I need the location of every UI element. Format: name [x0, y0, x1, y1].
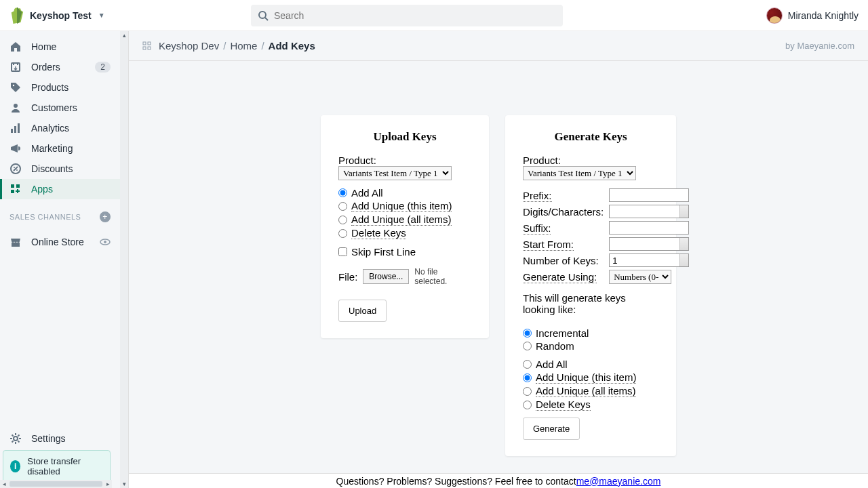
sidebar-item-analytics[interactable]: Analytics — [0, 118, 120, 138]
content: Upload Keys Product: Variants Test Item … — [129, 61, 868, 473]
skip-first-line-check[interactable] — [338, 247, 347, 256]
sidebar-item-settings[interactable]: Settings — [0, 428, 112, 449]
preview-text: This will generate keys looking like: — [523, 292, 658, 315]
genusing-select[interactable]: Numbers (0-9) — [609, 270, 671, 284]
gen-radio-add-all[interactable]: Add All — [523, 359, 658, 370]
gen-radio-add-unique-all[interactable]: Add Unique (all items) — [523, 385, 658, 397]
h-scrollbar[interactable]: ◂ ▸ — [0, 480, 112, 488]
upload-title: Upload Keys — [338, 130, 471, 144]
section-sales-channels: SALES CHANNELS + — [0, 199, 120, 226]
scroll-down-icon[interactable]: ▾ — [120, 480, 128, 488]
radio-add-unique-item[interactable]: Add Unique (this item) — [338, 200, 471, 212]
digits-label: Digits/Characters: — [523, 206, 604, 218]
svg-line-1 — [265, 18, 268, 20]
sidebar-item-label: Analytics — [31, 123, 69, 134]
svg-rect-7 — [18, 123, 20, 133]
radio-delete-keys[interactable]: Delete Keys — [338, 227, 471, 239]
add-channel-icon[interactable]: + — [100, 211, 111, 222]
svg-point-9 — [14, 167, 15, 168]
browse-button[interactable]: Browse... — [363, 269, 409, 284]
numkeys-input[interactable] — [609, 253, 689, 267]
info-icon: i — [10, 460, 20, 472]
settings-label: Settings — [31, 433, 66, 444]
sidebar-item-label: Customers — [31, 102, 77, 113]
home-icon — [9, 41, 22, 53]
footer-email-link[interactable]: me@maeyanie.com — [576, 476, 661, 487]
app-icon — [142, 41, 152, 51]
tag-icon — [9, 81, 22, 94]
upload-product-select[interactable]: Variants Test Item / Type 1 — [338, 166, 452, 180]
suffix-input[interactable] — [609, 221, 689, 235]
sidebar-item-label: Marketing — [31, 143, 73, 154]
radio-random[interactable]: Random — [523, 340, 658, 352]
breadcrumb-home[interactable]: Home — [230, 40, 257, 52]
breadcrumb-current: Add Keys — [269, 40, 315, 52]
scroll-left-icon[interactable]: ◂ — [0, 480, 8, 488]
radio-add-all[interactable]: Add All — [338, 187, 471, 199]
generate-button[interactable]: Generate — [523, 418, 580, 440]
breadcrumb-app[interactable]: Keyshop Dev — [159, 40, 219, 52]
store-switcher[interactable]: Keyshop Test ▼ — [0, 7, 129, 24]
caret-down-icon: ▼ — [98, 12, 105, 19]
svg-rect-18 — [148, 42, 151, 45]
upload-product-label: Product: — [338, 155, 376, 166]
orders-icon — [9, 61, 22, 73]
svg-point-16 — [14, 436, 18, 441]
megaphone-icon — [9, 142, 22, 155]
prefix-input[interactable] — [609, 188, 689, 202]
v-scrollbar[interactable]: ▴ ▾ — [120, 31, 128, 488]
user-menu[interactable]: Miranda Knightly — [766, 7, 859, 24]
sidebar-item-label: Online Store — [31, 237, 84, 247]
digits-input[interactable] — [609, 205, 689, 218]
svg-rect-13 — [11, 190, 14, 193]
skip-first-line-label: Skip First Line — [351, 246, 416, 258]
generate-card: Generate Keys Product: Variants Test Ite… — [505, 115, 676, 456]
eye-icon[interactable] — [100, 237, 111, 247]
topbar: Keyshop Test ▼ Miranda Knightly — [0, 0, 868, 31]
sidebar-item-label: Products — [31, 82, 68, 93]
shopify-logo-icon — [9, 7, 24, 24]
upload-card: Upload Keys Product: Variants Test Item … — [321, 115, 489, 338]
sidebar-item-apps[interactable]: Apps — [0, 179, 120, 199]
svg-rect-11 — [11, 184, 14, 188]
gen-action-group: Add All Add Unique (this item) Add Uniqu… — [523, 359, 658, 411]
svg-point-0 — [259, 12, 266, 18]
h-scroll-thumb[interactable] — [9, 481, 102, 487]
notice-text: Store transfer disabled — [27, 456, 103, 476]
prefix-label: Prefix: — [523, 190, 552, 202]
upload-button[interactable]: Upload — [338, 300, 387, 322]
generate-product-label: Product: — [523, 155, 561, 166]
startfrom-input[interactable] — [609, 237, 689, 251]
byline: by Maeyanie.com — [785, 41, 854, 51]
generate-product-select[interactable]: Variants Test Item / Type 1 — [523, 166, 636, 180]
search-bar[interactable] — [251, 5, 563, 26]
sidebar-item-products[interactable]: Products — [0, 77, 120, 98]
sidebar-item-discounts[interactable]: Discounts — [0, 159, 120, 179]
customer-icon — [9, 102, 22, 114]
sidebar-item-customers[interactable]: Customers — [0, 98, 120, 118]
startfrom-label: Start From: — [523, 239, 574, 251]
gen-radio-add-unique-item[interactable]: Add Unique (this item) — [523, 371, 658, 384]
svg-point-10 — [16, 169, 18, 171]
no-file-label: No file selected. — [414, 267, 471, 286]
sidebar-item-orders[interactable]: Orders 2 — [0, 57, 120, 77]
search-icon — [258, 10, 269, 21]
mode-group: Incremental Random — [523, 327, 658, 352]
scroll-up-icon[interactable]: ▴ — [120, 31, 128, 39]
footer-text: Questions? Problems? Suggestions? Feel f… — [336, 476, 576, 487]
gen-radio-delete-keys[interactable]: Delete Keys — [523, 399, 658, 411]
footer: Questions? Problems? Suggestions? Feel f… — [129, 473, 868, 488]
scroll-right-icon[interactable]: ▸ — [104, 480, 112, 488]
numkeys-label: Number of Keys: — [523, 255, 599, 266]
sidebar-item-label: Apps — [31, 184, 53, 195]
sidebar-item-home[interactable]: Home — [0, 37, 120, 57]
radio-incremental[interactable]: Incremental — [523, 327, 658, 339]
svg-rect-12 — [16, 184, 20, 188]
suffix-label: Suffix: — [523, 222, 551, 235]
search-input[interactable] — [274, 10, 556, 21]
radio-add-unique-all[interactable]: Add Unique (all items) — [338, 214, 471, 226]
svg-rect-19 — [143, 47, 146, 49]
transfer-notice: i Store transfer disabled — [3, 450, 111, 483]
sidebar-item-online-store[interactable]: Online Store — [0, 232, 120, 252]
sidebar-item-marketing[interactable]: Marketing — [0, 138, 120, 159]
